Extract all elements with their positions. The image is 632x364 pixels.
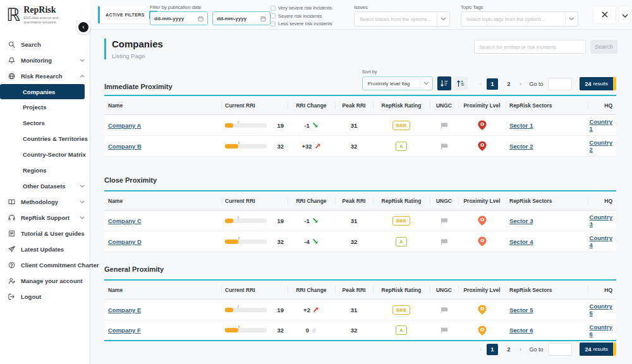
hq-country-link[interactable]: Country 5 (590, 303, 612, 317)
date-to-input[interactable]: dd-mm-yyyy (212, 11, 270, 25)
topic-tags-select[interactable]: Select topic tags from the options... (461, 11, 578, 27)
date-from-input[interactable]: dd-mm-yyyy (150, 11, 208, 25)
company-link[interactable]: Company F (108, 327, 141, 334)
severity-option-severe-risk-incidents[interactable]: Severe risk incidents (270, 13, 332, 19)
ungc-flag-icon (441, 238, 448, 245)
name-cell: Company E (104, 306, 221, 313)
hq-country-link[interactable]: Country 4 (590, 234, 612, 248)
rri-change-value: 0 (306, 327, 309, 334)
sector-cell: Sector 6 (506, 327, 588, 334)
ungc-flag-icon (441, 143, 448, 150)
sort-descending-button[interactable] (437, 76, 451, 90)
company-link[interactable]: Company B (108, 143, 142, 150)
chevron-down-icon (622, 9, 628, 21)
sector-link[interactable]: Sector 2 (509, 143, 533, 150)
pagination-page-2[interactable]: 2 (503, 78, 514, 90)
pagination-prev-button[interactable]: ‹ (480, 80, 482, 87)
trend-down-icon (312, 122, 319, 128)
sector-link[interactable]: Sector 4 (509, 238, 533, 245)
rri-bar (225, 308, 267, 312)
sidebar-item-country-sector-matrix[interactable]: Country-Sector Matrix (0, 147, 90, 162)
sidebar-item-companies[interactable]: Companies (0, 84, 85, 99)
sidebar-collapse-button[interactable]: ‹ (76, 20, 90, 34)
sidebar-item-label: Methodology (21, 198, 58, 205)
hq-country-link[interactable]: Country 3 (590, 214, 612, 228)
company-link[interactable]: Company E (108, 306, 141, 313)
reprisk-rating-cell: A (373, 325, 430, 335)
goto-page-input[interactable] (548, 343, 572, 356)
hq-country-link[interactable]: Country 6 (590, 324, 612, 337)
results-count-badge: 24results (580, 77, 616, 90)
company-link[interactable]: Company C (108, 217, 142, 224)
pagination-next-button[interactable]: › (520, 80, 521, 87)
sidebar-item-latest-updates[interactable]: Latest Updates (0, 241, 90, 257)
hq-country-link[interactable]: Country 1 (590, 118, 612, 132)
sidebar-item-risk-research[interactable]: Risk Research (0, 68, 90, 84)
checkbox-icon[interactable] (270, 13, 276, 18)
issues-select[interactable]: Select issues from the options... (354, 11, 450, 27)
bell-icon (8, 57, 16, 64)
goto-label: Go to (529, 346, 543, 353)
proximity-pin-icon (478, 120, 487, 130)
sidebar-item-tutorial-user-guides[interactable]: Tutorial & User guides (0, 226, 90, 241)
goto-page-input[interactable] (548, 78, 572, 90)
checkbox-icon[interactable] (270, 6, 276, 11)
collapse-filters-button[interactable] (619, 6, 631, 24)
sidebar-item-reprisk-support[interactable]: RepRisk Support (0, 210, 90, 226)
top-filter-bar: ℝ RepRisk ESG data science andquantitati… (0, 0, 632, 30)
sector-cell: Sector 3 (506, 217, 588, 224)
sector-link[interactable]: Sector 3 (509, 217, 533, 224)
reprisk-rating-cell: BBB (373, 305, 430, 315)
pagination-page-2[interactable]: 2 (503, 344, 514, 355)
sidebar-item-manage-your-account[interactable]: Manage your account (0, 273, 90, 289)
rri-change-cell: -1 (288, 122, 335, 129)
sidebar-item-logout[interactable]: Logout (0, 289, 90, 305)
severity-option-very-severe-risk-incidents[interactable]: Very severe risk incidents (270, 5, 332, 11)
pagination-next-button[interactable]: › (520, 346, 521, 353)
sidebar-item-client-commitment-charter[interactable]: Client Commitment Charter (0, 257, 90, 273)
peak-rri-cell: 32 (335, 327, 373, 334)
company-link[interactable]: Company D (108, 238, 142, 245)
proximity-level-cell (458, 141, 506, 151)
sidebar-item-other-datasets[interactable]: Other Datasets (0, 178, 90, 194)
company-link[interactable]: Company A (108, 122, 141, 129)
sector-link[interactable]: Sector 6 (509, 327, 533, 334)
sidebar-item-sectors[interactable]: Sectors (0, 115, 90, 131)
sidebar-item-search[interactable]: Search (0, 37, 90, 52)
proximity-pin-icon (478, 215, 487, 226)
book-icon (8, 198, 16, 205)
ungc-flag-icon (441, 217, 448, 224)
sector-link[interactable]: Sector 5 (509, 306, 533, 313)
page-subtitle: Listing Page (112, 52, 163, 59)
sidebar-item-label: Monitoring (21, 57, 52, 64)
sidebar-item-methodology[interactable]: Methodology (0, 194, 90, 210)
severity-option-less-severe-risk-incidents[interactable]: Less severe risk incidents (270, 21, 332, 27)
sidebar-item-countries-territories[interactable]: Countries & Territories (0, 131, 90, 147)
search-button[interactable]: Search (590, 40, 617, 54)
rri-change-cell: -1 (288, 217, 335, 224)
table-row: Company A 19 -1 31BBBSector 1Country 1 (104, 115, 616, 136)
pagination-page-1[interactable]: 1 (487, 344, 498, 355)
sort-ascending-button[interactable] (454, 76, 468, 90)
peak-rri-marker (238, 325, 240, 328)
chevron-up-icon (80, 75, 85, 78)
sort-select[interactable]: Proximity level flag (362, 76, 433, 90)
sidebar-item-regions[interactable]: Regions (0, 162, 90, 178)
proximity-level-cell (458, 305, 506, 315)
pagination-page-1[interactable]: 1 (487, 78, 498, 90)
proximity-pin-icon (478, 305, 487, 315)
sidebar-item-monitoring[interactable]: Monitoring (0, 52, 90, 68)
peak-rri-value: 31 (351, 217, 358, 224)
severity-option-label: Severe risk incidents (278, 13, 322, 19)
clear-filters-button[interactable] (593, 6, 616, 24)
ungc-cell (430, 122, 458, 129)
sidebar-item-projects[interactable]: Projects (0, 99, 90, 115)
reprisk-rating-cell: BBB (373, 121, 430, 130)
checkbox-icon[interactable] (270, 21, 276, 27)
hq-country-link[interactable]: Country 2 (590, 139, 612, 153)
entity-search-input[interactable] (474, 40, 586, 54)
sector-link[interactable]: Sector 1 (509, 122, 533, 129)
brand-text: RepRisk ESG data science andquantitative… (23, 5, 58, 25)
hq-cell: Country 1 (588, 118, 616, 132)
pagination-prev-button[interactable]: ‹ (480, 346, 482, 353)
